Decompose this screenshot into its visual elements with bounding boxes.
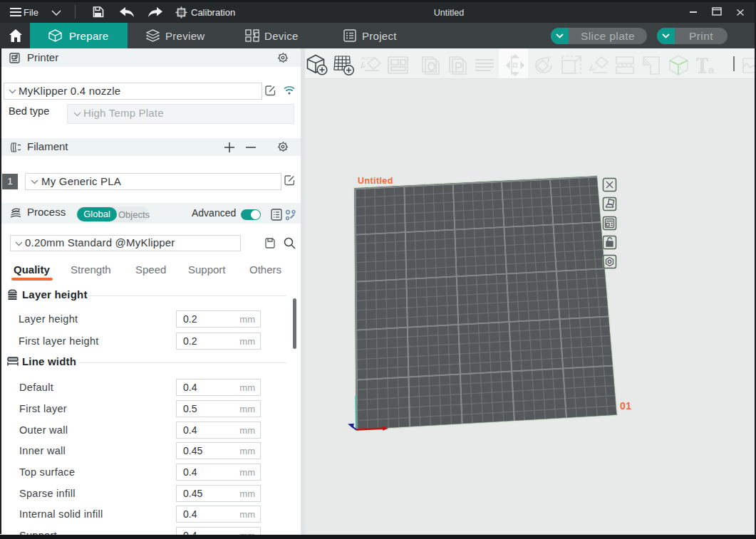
- svg-text:a: a: [708, 63, 715, 75]
- svg-text:AUTO: AUTO: [361, 56, 373, 61]
